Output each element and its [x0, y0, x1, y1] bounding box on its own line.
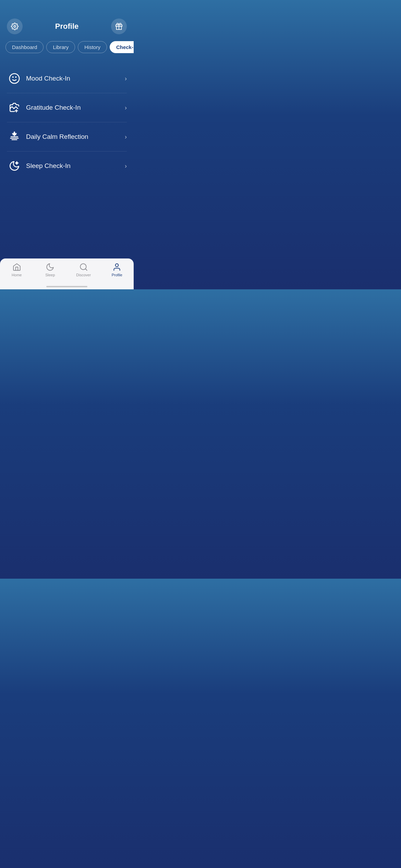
sleep-icon	[7, 158, 22, 173]
settings-button[interactable]	[7, 19, 23, 34]
calm-chevron: ›	[125, 133, 127, 141]
tab-dashboard[interactable]: Dashboard	[5, 41, 44, 53]
calm-icon	[7, 129, 22, 144]
bottom-nav: Home Sleep Discover Profile	[0, 258, 134, 289]
status-bar	[0, 0, 134, 15]
sleep-label: Sleep Check-In	[26, 162, 125, 170]
nav-discover[interactable]: Discover	[73, 263, 94, 277]
gift-button[interactable]	[111, 19, 127, 34]
svg-point-16	[116, 264, 119, 267]
page-title: Profile	[55, 22, 78, 31]
mood-chevron: ›	[125, 75, 127, 82]
nav-profile-label: Profile	[112, 273, 122, 277]
checkins-list: Mood Check-In › Gratitude Check-In ›	[0, 61, 134, 183]
checkin-gratitude[interactable]: Gratitude Check-In ›	[7, 93, 127, 122]
checkin-mood[interactable]: Mood Check-In ›	[7, 64, 127, 93]
mood-icon	[7, 71, 22, 86]
nav-sleep-label: Sleep	[45, 273, 55, 277]
tab-history[interactable]: History	[78, 41, 107, 53]
tab-library[interactable]: Library	[46, 41, 75, 53]
nav-profile[interactable]: Profile	[107, 263, 127, 277]
gratitude-label: Gratitude Check-In	[26, 104, 125, 111]
nav-home[interactable]: Home	[7, 263, 27, 277]
header: Profile	[0, 15, 134, 41]
nav-discover-label: Discover	[76, 273, 91, 277]
sleep-chevron: ›	[125, 162, 127, 170]
home-indicator	[46, 286, 87, 287]
gratitude-chevron: ›	[125, 104, 127, 111]
svg-line-15	[85, 269, 87, 270]
checkin-sleep[interactable]: Sleep Check-In ›	[7, 152, 127, 180]
tab-checkins[interactable]: Check-Ins	[110, 41, 134, 53]
nav-sleep[interactable]: Sleep	[40, 263, 60, 277]
calm-label: Daily Calm Reflection	[26, 133, 125, 141]
gratitude-icon	[7, 100, 22, 115]
mood-label: Mood Check-In	[26, 75, 125, 82]
nav-home-label: Home	[12, 273, 22, 277]
svg-point-0	[14, 25, 16, 27]
checkin-calm[interactable]: Daily Calm Reflection ›	[7, 122, 127, 152]
svg-point-3	[10, 74, 19, 83]
tabs-container: Dashboard Library History Check-Ins	[0, 41, 134, 61]
